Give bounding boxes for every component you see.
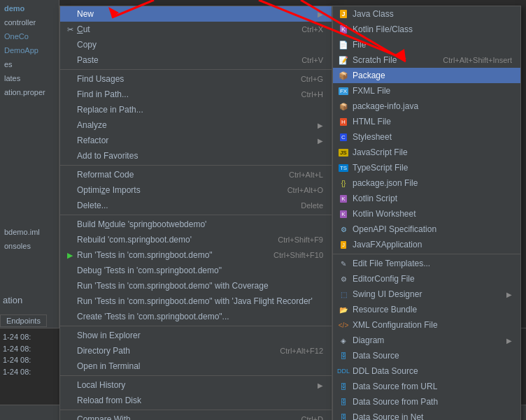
menu-item-reformat[interactable]: Reformat Code Ctrl+Alt+L [60,167,332,182]
menu-item-optimize-shortcut: Ctrl+Alt+O [287,186,323,194]
menu-item-directory-path[interactable]: Directory Path Ctrl+Alt+F12 [60,343,332,359]
sub-item-javafx-label: JavaFXApplication [353,240,512,249]
html-icon: H [337,117,350,126]
menu-item-find-path[interactable]: Find in Path... Ctrl+H [60,87,332,102]
menu-item-run-coverage[interactable]: Run 'Tests in 'com.springboot.demo" with… [60,278,332,294]
sub-item-kotlin-class[interactable]: K Kotlin File/Class [333,22,520,37]
menu-item-new-arrow: ▶ [318,10,323,18]
menu-item-reload-label: Reload from Disk [77,396,323,405]
sub-item-edit-templates[interactable]: ✎ Edit File Templates... [333,256,520,271]
menu-item-refactor[interactable]: Refactor ▶ [60,133,332,148]
sub-item-openapi-label: OpenAPI Specification [353,224,512,234]
sub-item-html[interactable]: H HTML File [333,114,520,129]
run-icon: ▶ [64,251,76,260]
sub-item-xml[interactable]: </> XML Configuration File [333,317,520,333]
sub-item-package[interactable]: 📦 Package [333,68,520,83]
sub-item-kotlin-worksheet[interactable]: K Kotlin Worksheet [333,206,520,222]
xml-icon: </> [337,320,350,330]
sub-item-package-info[interactable]: 📦 package-info.java [333,99,520,114]
separator-1 [60,69,332,70]
sub-item-ddl[interactable]: DDL DDL Data Source [333,363,520,379]
sidebar-item-controller[interactable]: controller [0,15,59,29]
sidebar-item-es: es [0,57,59,71]
sub-item-file[interactable]: 📄 File [333,37,520,52]
menu-item-open-terminal[interactable]: Open in Terminal [60,359,332,374]
sidebar-item-onsoles: onsoles [0,239,59,253]
menu-item-build-module[interactable]: Build Module 'springbootwebdemo' [60,217,332,232]
sub-item-stylesheet[interactable]: C Stylesheet [333,129,520,145]
sub-item-ds-path-label: Data Source from Path [353,397,512,407]
menu-item-open-terminal-label: Open in Terminal [77,361,323,371]
menu-item-find-usages[interactable]: Find Usages Ctrl+G [60,71,332,87]
sidebar-item-demoapp[interactable]: DemoApp [0,43,59,57]
menu-item-run-tests[interactable]: ▶ Run 'Tests in 'com.springboot.demo" Ct… [60,247,332,263]
menu-item-replace-path[interactable]: Replace in Path... [60,102,332,117]
menu-item-show-explorer[interactable]: Show in Explorer [60,328,332,343]
menu-item-delete[interactable]: Delete... Delete [60,198,332,213]
menu-item-analyze[interactable]: Analyze ▶ [60,117,332,133]
sub-item-package-info-label: package-info.java [353,101,512,111]
menu-item-reload[interactable]: Reload from Disk [60,393,332,408]
menu-item-rebuild[interactable]: Rebuild 'com.springboot.demo' Ctrl+Shift… [60,232,332,247]
menu-item-create-tests[interactable]: Create 'Tests in 'com.springboot.demo"..… [60,309,332,324]
menu-item-debug-tests[interactable]: Debug 'Tests in 'com.springboot.demo" [60,263,332,278]
sub-item-js[interactable]: JS JavaScript File [333,145,520,160]
sub-item-java-class[interactable]: J Java Class [333,6,520,22]
menu-item-optimize[interactable]: Optimize Imports Ctrl+Alt+O [60,182,332,198]
sidebar-item-onecco[interactable]: OneCo [0,29,59,43]
sub-item-fxml[interactable]: FX FXML File [333,83,520,99]
sub-item-ds-url[interactable]: 🗄 Data Source from URL [333,379,520,394]
resource-bundle-icon: 📂 [337,305,350,314]
sub-item-resource-bundle[interactable]: 📂 Resource Bundle [333,302,520,317]
sub-item-diagram[interactable]: ◈ Diagram ▶ [333,333,520,348]
menu-item-optimize-label: Optimize Imports [77,185,273,195]
menu-item-local-history-label: Local History [77,380,318,390]
sub-separator-1 [333,254,520,254]
package-info-icon: 📦 [337,101,350,111]
menu-item-copy[interactable]: Copy [60,37,332,52]
endpoints-tab[interactable]: Endpoints [0,314,47,327]
sub-item-editorconfig[interactable]: ⚙ EditorConfig File [333,271,520,287]
sub-item-swing[interactable]: ⬚ Swing UI Designer ▶ [333,287,520,302]
menu-item-analyze-label: Analyze [77,120,318,130]
sub-item-json[interactable]: {} package.json File [333,175,520,191]
sidebar-item-iml: bdemo.iml [0,225,59,239]
sidebar-project-name: demo [0,0,59,15]
sub-item-scratch[interactable]: 📝 Scratch File Ctrl+Alt+Shift+Insert [333,52,520,68]
sub-item-ddl-label: DDL Data Source [353,366,512,376]
java-class-icon: J [337,9,350,19]
sub-item-ts[interactable]: TS TypeScript File [333,160,520,175]
separator-4 [60,326,332,326]
menu-item-delete-shortcut: Delete [301,201,323,210]
sub-item-json-label: package.json File [353,178,512,188]
package-icon: 📦 [337,71,350,80]
ds-url-icon: 🗄 [337,382,350,391]
menu-item-run-tests-label: Run 'Tests in 'com.springboot.demo" [77,250,260,260]
menu-item-find-usages-label: Find Usages [77,74,287,84]
menu-item-compare[interactable]: Compare With... Ctrl+D [60,412,332,420]
sub-item-kotlin-script[interactable]: K Kotlin Script [333,191,520,206]
sub-item-openapi[interactable]: ⚙ OpenAPI Specification [333,222,520,237]
sub-item-javafx[interactable]: J JavaFXApplication [333,237,520,252]
menu-item-debug-tests-label: Debug 'Tests in 'com.springboot.demo" [77,266,323,275]
menu-item-rebuild-shortcut: Ctrl+Shift+F9 [278,236,323,244]
menu-item-paste[interactable]: Paste Ctrl+V [60,52,332,68]
menu-item-rebuild-label: Rebuild 'com.springboot.demo' [77,235,264,245]
menu-item-run-jfr[interactable]: Run 'Tests in 'com.springboot.demo" with… [60,294,332,309]
menu-item-compare-shortcut: Ctrl+D [301,415,323,420]
menu-item-run-jfr-label: Run 'Tests in 'com.springboot.demo" with… [77,296,323,306]
sub-item-ds-path[interactable]: 🗄 Data Source from Path [333,394,520,410]
menu-item-cut-shortcut: Ctrl+X [301,25,323,34]
menu-item-local-history[interactable]: Local History ▶ [60,377,332,393]
menu-item-add-favorites[interactable]: Add to Favorites [60,148,332,164]
menu-item-new[interactable]: New ▶ [60,6,332,22]
sub-item-ds-net[interactable]: 🗄 Data Source in Net [333,410,520,420]
sub-item-editorconfig-label: EditorConfig File [353,274,512,284]
sub-item-swing-arrow: ▶ [506,291,512,298]
sub-item-fxml-label: FXML File [353,86,512,96]
menu-item-paste-label: Paste [77,55,287,65]
sub-item-data-source[interactable]: 🗄 Data Source [333,348,520,363]
menu-item-cut[interactable]: ✂ Cut Ctrl+X [60,22,332,37]
sub-item-package-label: Package [353,71,512,80]
sub-item-edit-templates-label: Edit File Templates... [353,259,512,268]
